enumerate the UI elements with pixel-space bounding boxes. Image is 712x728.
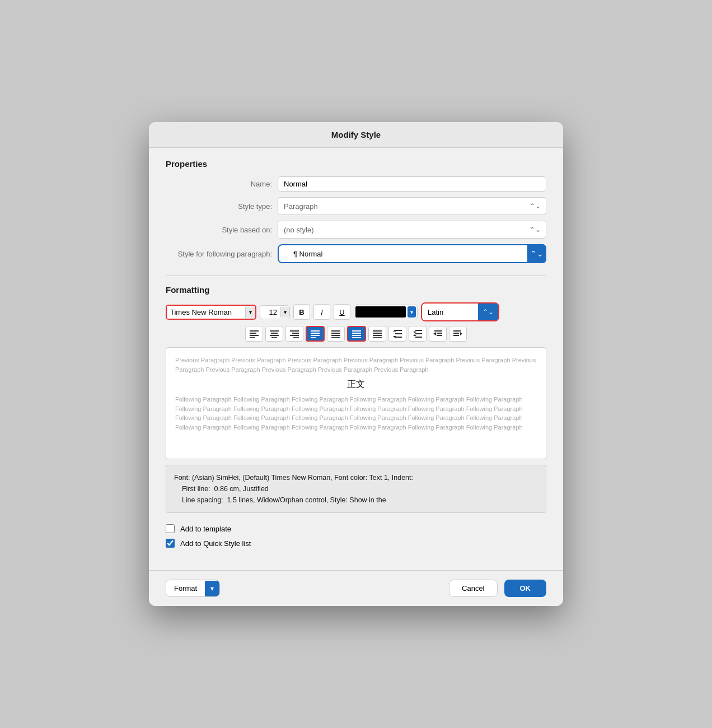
underline-button[interactable]: U bbox=[334, 304, 350, 320]
font-name-dropdown-btn[interactable]: ▾ bbox=[245, 307, 255, 318]
style-type-select[interactable]: Paragraph bbox=[278, 197, 546, 215]
color-picker-wrapper: ▾ bbox=[354, 305, 418, 319]
style-type-select-wrapper: Paragraph ⌃⌄ bbox=[278, 197, 546, 215]
line-spacing-decrease-button[interactable] bbox=[409, 326, 427, 342]
svg-rect-7 bbox=[271, 337, 277, 338]
align-justify2-icon bbox=[352, 330, 361, 338]
align-justify2-button[interactable] bbox=[347, 326, 366, 342]
svg-rect-18 bbox=[331, 335, 340, 336]
svg-rect-19 bbox=[331, 337, 340, 338]
style-type-row: Style type: Paragraph ⌃⌄ bbox=[166, 197, 546, 215]
svg-marker-36 bbox=[413, 332, 416, 333]
style-based-on-select-wrapper: (no style) ⌃⌄ bbox=[278, 221, 546, 239]
formatting-section: Formatting ▾ ▾ B I U bbox=[166, 285, 546, 561]
align-justify-icon bbox=[311, 330, 320, 338]
script-dropdown-btn[interactable]: ⌃⌄ bbox=[478, 304, 498, 320]
align-center-button[interactable] bbox=[265, 326, 283, 342]
dialog-footer: Format ▾ Cancel OK bbox=[149, 570, 563, 606]
properties-section-label: Properties bbox=[166, 159, 546, 169]
line-spacing-increase-icon bbox=[393, 330, 402, 338]
script-select-wrapper: Latin ⌃⌄ bbox=[421, 302, 499, 321]
svg-rect-5 bbox=[271, 333, 278, 334]
indent-decrease-icon bbox=[433, 330, 442, 338]
italic-button[interactable]: I bbox=[313, 304, 330, 320]
cancel-button[interactable]: Cancel bbox=[449, 580, 497, 597]
svg-marker-45 bbox=[460, 332, 462, 335]
bold-button[interactable]: B bbox=[293, 304, 310, 320]
svg-rect-6 bbox=[270, 335, 279, 336]
svg-rect-13 bbox=[311, 333, 320, 334]
svg-rect-8 bbox=[290, 330, 299, 332]
align-left-button[interactable] bbox=[245, 326, 263, 342]
format-button[interactable]: Format bbox=[166, 580, 205, 596]
style-following-select[interactable]: ¶ Normal bbox=[278, 244, 546, 263]
style-based-on-label: Style based on: bbox=[166, 226, 278, 234]
align-left-icon bbox=[250, 330, 259, 338]
align-right-icon bbox=[290, 330, 299, 338]
preview-previous-paragraph: Previous Paragraph Previous Paragraph Pr… bbox=[175, 356, 537, 374]
svg-marker-37 bbox=[413, 334, 416, 336]
svg-rect-16 bbox=[331, 330, 340, 332]
script-select[interactable]: Latin bbox=[422, 304, 478, 320]
distribute2-button[interactable] bbox=[368, 326, 386, 342]
indent-increase-icon bbox=[453, 330, 462, 338]
font-size-dropdown-btn[interactable]: ▾ bbox=[280, 307, 289, 318]
preview-current-text: 正文 bbox=[175, 379, 537, 390]
svg-rect-30 bbox=[395, 337, 402, 338]
dialog-body: Properties Name: Style type: Paragraph ⌃… bbox=[149, 148, 563, 561]
font-size-input[interactable] bbox=[260, 306, 280, 319]
font-size-wrapper: ▾ bbox=[260, 305, 290, 319]
svg-rect-17 bbox=[331, 333, 340, 334]
style-following-row: Style for following paragraph: ¶ Normal … bbox=[166, 244, 546, 263]
formatting-toolbar-1: ▾ ▾ B I U ▾ bbox=[166, 302, 546, 321]
ok-button[interactable]: OK bbox=[504, 580, 547, 597]
style-following-label: Style for following paragraph: bbox=[166, 250, 278, 258]
svg-rect-9 bbox=[292, 333, 299, 334]
svg-rect-14 bbox=[311, 335, 320, 336]
svg-rect-35 bbox=[415, 337, 422, 338]
indent-increase-button[interactable] bbox=[449, 326, 467, 342]
style-based-on-select[interactable]: (no style) bbox=[278, 221, 546, 239]
svg-rect-12 bbox=[311, 330, 320, 332]
name-input[interactable] bbox=[278, 176, 546, 192]
svg-rect-15 bbox=[311, 337, 316, 338]
style-based-on-row: Style based on: (no style) ⌃⌄ bbox=[166, 221, 546, 239]
svg-rect-22 bbox=[352, 335, 361, 336]
description-text: Font: (Asian) SimHei, (Default) Times Ne… bbox=[174, 472, 538, 506]
align-justify-button[interactable] bbox=[306, 326, 325, 342]
color-dropdown-btn[interactable]: ▾ bbox=[407, 306, 416, 318]
checkboxes-section: Add to template Add to Quick Style list bbox=[166, 521, 546, 561]
style-following-select-wrapper: ¶ Normal ⌃⌄ bbox=[278, 244, 546, 263]
svg-rect-38 bbox=[434, 330, 442, 332]
svg-rect-34 bbox=[415, 333, 422, 334]
indent-decrease-button[interactable] bbox=[429, 326, 447, 342]
svg-rect-39 bbox=[437, 333, 442, 334]
svg-rect-25 bbox=[373, 333, 382, 334]
format-dropdown-arrow-btn[interactable]: ▾ bbox=[205, 581, 219, 596]
svg-marker-41 bbox=[433, 332, 436, 335]
name-row: Name: bbox=[166, 176, 546, 192]
preview-box: Previous Paragraph Previous Paragraph Pr… bbox=[166, 347, 546, 459]
svg-rect-20 bbox=[352, 330, 361, 332]
svg-rect-1 bbox=[250, 333, 256, 334]
properties-section: Properties Name: Style type: Paragraph ⌃… bbox=[166, 159, 546, 263]
align-right-button[interactable] bbox=[285, 326, 303, 342]
distribute-icon bbox=[331, 330, 340, 338]
svg-rect-29 bbox=[395, 333, 402, 334]
svg-rect-44 bbox=[453, 335, 459, 336]
svg-rect-3 bbox=[250, 337, 255, 338]
font-name-input[interactable] bbox=[167, 306, 245, 319]
svg-rect-26 bbox=[373, 335, 382, 336]
font-name-wrapper: ▾ bbox=[166, 305, 256, 320]
svg-rect-43 bbox=[453, 333, 459, 334]
svg-rect-10 bbox=[290, 335, 299, 336]
svg-rect-40 bbox=[437, 335, 442, 336]
distribute-button[interactable] bbox=[327, 326, 345, 342]
divider-1 bbox=[166, 276, 546, 276]
add-to-template-checkbox[interactable] bbox=[166, 524, 175, 533]
svg-rect-42 bbox=[453, 330, 461, 332]
line-spacing-increase-button[interactable] bbox=[388, 326, 406, 342]
dialog-title: Modify Style bbox=[149, 122, 563, 148]
modify-style-dialog: Modify Style Properties Name: Style type… bbox=[149, 122, 563, 606]
add-to-quick-style-checkbox[interactable] bbox=[166, 539, 175, 548]
